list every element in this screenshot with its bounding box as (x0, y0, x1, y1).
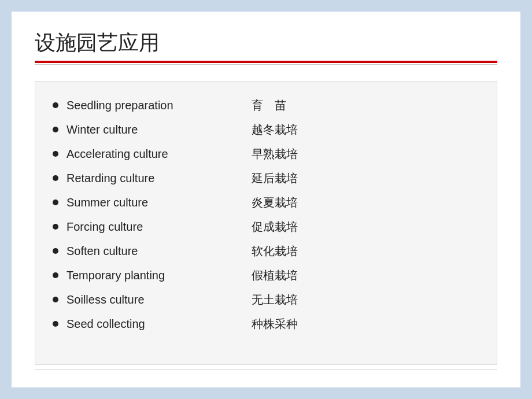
english-term: Summer culture (66, 194, 217, 210)
chinese-term: 促成栽培 (252, 219, 298, 235)
bullet-icon (53, 127, 58, 132)
english-term: Retarding culture (66, 170, 217, 186)
english-term: Accelerating culture (66, 146, 217, 162)
list-item: Summer culture炎夏栽培 (53, 190, 479, 215)
english-term: Seedling preparation (66, 97, 217, 113)
bullet-icon (53, 102, 58, 108)
list-item: Winter culture越冬栽培 (53, 117, 479, 142)
bullet-icon (53, 297, 58, 302)
content-box: Seedling preparation育 苗Winter culture越冬栽… (35, 81, 497, 365)
bullet-icon (53, 151, 58, 157)
chinese-term: 炎夏栽培 (252, 194, 298, 210)
title-section: 设施园艺应用 (35, 29, 497, 76)
bullet-icon (53, 248, 58, 254)
english-term: Temporary planting (66, 267, 217, 283)
bullet-icon (53, 321, 58, 327)
english-term: Soilless culture (66, 291, 217, 308)
chinese-term: 假植栽培 (252, 267, 298, 283)
chinese-term: 越冬栽培 (252, 121, 298, 138)
english-term: Soften culture (66, 243, 217, 259)
bottom-divider (35, 370, 497, 370)
list-item: Seedling preparation育 苗 (53, 93, 479, 117)
chinese-term: 育 苗 (252, 97, 286, 113)
list-item: Soilless culture无土栽培 (53, 287, 479, 312)
list-item: Seed collecting种株采种 (53, 312, 479, 336)
bullet-icon (53, 224, 58, 230)
chinese-term: 无土栽培 (252, 291, 298, 308)
item-list: Seedling preparation育 苗Winter culture越冬栽… (53, 93, 479, 336)
slide: 设施园艺应用 Seedling preparation育 苗Winter cul… (12, 12, 520, 387)
chinese-term: 软化栽培 (252, 243, 298, 259)
list-item: Temporary planting假植栽培 (53, 263, 479, 287)
chinese-term: 延后栽培 (252, 170, 298, 186)
english-term: Winter culture (66, 121, 217, 138)
english-term: Seed collecting (66, 316, 217, 332)
chinese-term: 早熟栽培 (252, 146, 298, 162)
bullet-icon (53, 272, 58, 278)
bullet-icon (53, 175, 58, 181)
english-term: Forcing culture (66, 219, 217, 235)
list-item: Retarding culture延后栽培 (53, 166, 479, 190)
title-underline-gray (35, 64, 497, 65)
list-item: Accelerating culture早熟栽培 (53, 142, 479, 166)
page-title: 设施园艺应用 (35, 29, 497, 57)
title-underline-red (35, 61, 497, 63)
list-item: Soften culture软化栽培 (53, 239, 479, 263)
list-item: Forcing culture促成栽培 (53, 215, 479, 239)
chinese-term: 种株采种 (252, 316, 298, 332)
bullet-icon (53, 200, 58, 205)
